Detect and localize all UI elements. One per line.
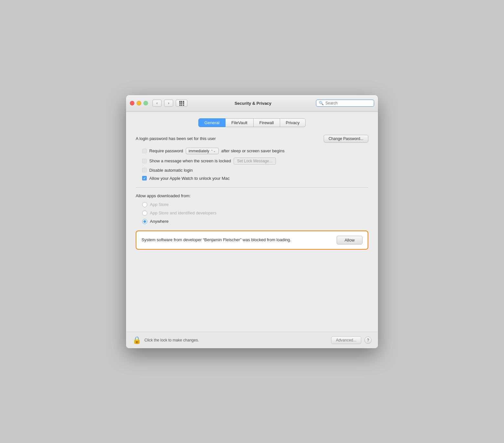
forward-icon: ›: [168, 101, 169, 105]
apple-watch-checkbox[interactable]: [142, 176, 147, 180]
radio-appstore[interactable]: [142, 202, 147, 207]
grid-icon: [179, 101, 184, 106]
tab-filevault[interactable]: FileVault: [226, 118, 254, 127]
radio-row-appstore: App Store: [142, 202, 368, 207]
bottom-bar: 🔒 Click the lock to make changes. Advanc…: [126, 332, 378, 348]
section-divider: [136, 187, 368, 188]
apple-watch-row: Allow your Apple Watch to unlock your Ma…: [142, 176, 368, 181]
download-section: Allow apps downloaded from: App Store Ap…: [136, 193, 368, 224]
show-message-checkbox[interactable]: [142, 159, 147, 163]
minimize-button[interactable]: [137, 101, 141, 105]
window-title: Security & Privacy: [193, 101, 313, 106]
radio-anywhere[interactable]: [142, 219, 147, 224]
search-box[interactable]: 🔍: [316, 100, 374, 107]
back-button[interactable]: ‹: [152, 100, 162, 107]
after-sleep-label: after sleep or screen saver begins: [221, 148, 285, 153]
tab-general[interactable]: General: [198, 118, 226, 127]
download-radio-group: App Store App Store and identified devel…: [142, 202, 368, 224]
search-icon: 🔍: [319, 101, 324, 105]
show-message-row: Show a message when the screen is locked…: [142, 157, 368, 165]
radio-identified-label: App Store and identified developers: [150, 211, 216, 215]
lock-icon[interactable]: 🔒: [132, 336, 141, 344]
search-input[interactable]: [325, 101, 371, 105]
back-icon: ‹: [156, 101, 158, 105]
content-area: General FileVault Firewall Privacy A log…: [126, 112, 378, 332]
close-button[interactable]: [130, 101, 134, 105]
tab-privacy[interactable]: Privacy: [280, 118, 306, 127]
login-password-text: A login password has been set for this u…: [136, 136, 320, 141]
titlebar: ‹ › Security & Privacy 🔍: [126, 95, 378, 112]
password-timing-dropdown[interactable]: immediately ⌃⌄: [186, 148, 219, 154]
disable-login-row: Disable automatic login: [142, 168, 368, 173]
disable-login-checkbox[interactable]: [142, 168, 147, 172]
radio-appstore-label: App Store: [150, 202, 169, 207]
main-window: ‹ › Security & Privacy 🔍 General FileVau…: [126, 95, 378, 348]
show-message-label: Show a message when the screen is locked: [149, 158, 231, 163]
radio-identified[interactable]: [142, 211, 147, 216]
maximize-button[interactable]: [143, 101, 148, 105]
password-row: A login password has been set for this u…: [136, 135, 368, 143]
require-password-row: Require password immediately ⌃⌄ after sl…: [142, 148, 368, 154]
password-section: A login password has been set for this u…: [136, 135, 368, 181]
traffic-lights: [130, 101, 148, 105]
tab-bar: General FileVault Firewall Privacy: [136, 118, 368, 127]
password-timing-value: immediately: [189, 149, 209, 153]
allow-button[interactable]: Allow: [337, 236, 362, 244]
help-button[interactable]: ?: [364, 337, 372, 344]
set-lock-message-button[interactable]: Set Lock Message...: [234, 157, 276, 165]
require-password-label: Require password: [149, 148, 183, 153]
apple-watch-label: Allow your Apple Watch to unlock your Ma…: [149, 176, 230, 181]
forward-button[interactable]: ›: [164, 100, 173, 107]
dropdown-arrow-icon: ⌃⌄: [211, 149, 216, 153]
radio-row-identified: App Store and identified developers: [142, 211, 368, 216]
grid-view-button[interactable]: [176, 100, 187, 107]
disable-login-label: Disable automatic login: [149, 168, 193, 173]
radio-row-anywhere: Anywhere: [142, 219, 368, 224]
download-label: Allow apps downloaded from:: [136, 193, 368, 198]
change-password-button[interactable]: Change Password...: [324, 135, 368, 143]
blocked-software-alert: System software from developer “Benjamin…: [136, 231, 368, 250]
lock-text: Click the lock to make changes.: [144, 338, 328, 342]
alert-text: System software from developer “Benjamin…: [142, 237, 331, 243]
advanced-button[interactable]: Advanced...: [331, 336, 361, 344]
require-password-checkbox[interactable]: [142, 149, 147, 153]
radio-anywhere-label: Anywhere: [150, 219, 169, 224]
tab-firewall[interactable]: Firewall: [254, 118, 280, 127]
